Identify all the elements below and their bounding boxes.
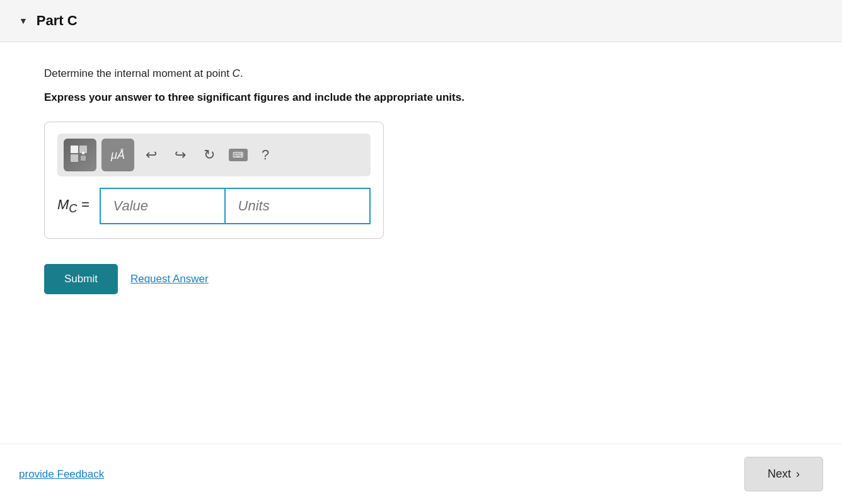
- main-content: Determine the internal moment at point C…: [0, 42, 842, 319]
- next-chevron-icon: ›: [796, 467, 800, 481]
- instruction-text: Express your answer to three significant…: [44, 91, 798, 104]
- redo-icon: ↪: [171, 146, 190, 164]
- reset-button[interactable]: ↻: [197, 143, 221, 167]
- next-label: Next: [768, 467, 791, 481]
- svg-rect-3: [81, 156, 86, 161]
- next-button[interactable]: Next ›: [744, 457, 823, 491]
- undo-button[interactable]: ↩: [139, 143, 163, 167]
- mu-label: μÅ: [111, 149, 125, 162]
- feedback-label: rovide Feedback: [25, 468, 104, 480]
- svg-rect-4: [82, 152, 84, 154]
- part-title: Part C: [37, 13, 78, 29]
- redo-button[interactable]: ↪: [168, 143, 192, 167]
- equation-label: MC =: [57, 197, 89, 215]
- keyboard-icon: ⌨: [229, 149, 248, 161]
- keyboard-button[interactable]: ⌨: [226, 146, 250, 164]
- answer-box: μÅ ↩ ↪ ↻ ⌨ ?: [44, 122, 384, 239]
- part-header: ▼ Part C: [0, 0, 842, 42]
- request-answer-button[interactable]: Request Answer: [130, 273, 209, 285]
- reset-icon: ↻: [200, 146, 219, 164]
- feedback-link[interactable]: provide Feedback: [19, 468, 104, 481]
- help-icon: ?: [258, 146, 273, 164]
- svg-rect-0: [71, 146, 78, 153]
- svg-rect-1: [71, 154, 78, 162]
- math-toolbar: μÅ ↩ ↪ ↻ ⌨ ?: [57, 134, 371, 176]
- submit-button[interactable]: Submit: [44, 264, 118, 294]
- symbol-button[interactable]: μÅ: [101, 139, 134, 171]
- value-input[interactable]: [100, 188, 226, 224]
- undo-icon: ↩: [142, 146, 161, 164]
- help-button[interactable]: ?: [255, 143, 275, 167]
- units-input[interactable]: [226, 188, 371, 224]
- question-line1: Determine the internal moment at point C…: [44, 67, 798, 80]
- action-row: Submit Request Answer: [44, 264, 798, 294]
- footer: provide Feedback Next ›: [0, 444, 842, 504]
- grid-template-button[interactable]: [64, 139, 96, 171]
- equation-row: MC =: [57, 188, 371, 224]
- collapse-chevron[interactable]: ▼: [19, 16, 28, 26]
- variable-c: C: [233, 67, 240, 79]
